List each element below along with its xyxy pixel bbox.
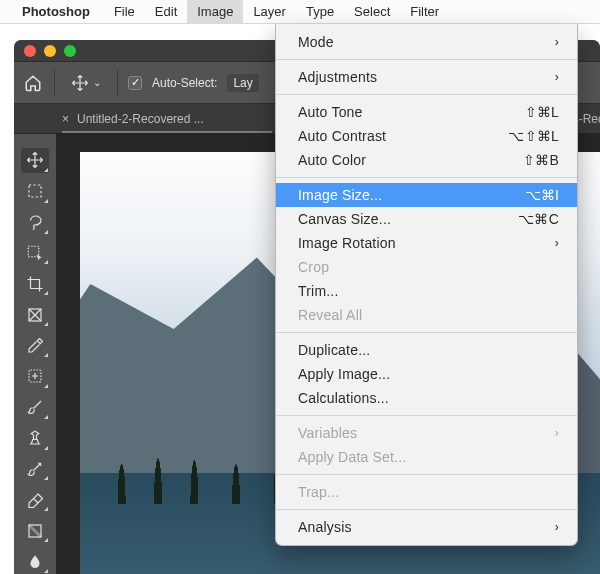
menu-item-label: Analysis (298, 519, 352, 535)
menu-item-reveal-all: Reveal All (276, 303, 577, 327)
chevron-right-icon: › (555, 35, 559, 49)
image-menu-dropdown: Mode›Adjustments›Auto Tone⇧⌘LAuto Contra… (275, 24, 578, 546)
home-button[interactable] (22, 72, 44, 94)
move-tool-indicator[interactable]: ⌄ (65, 70, 107, 96)
tool-panel (14, 134, 56, 574)
chevron-right-icon: › (555, 236, 559, 250)
history-brush-tool[interactable] (21, 457, 49, 482)
close-window-button[interactable] (24, 45, 36, 57)
divider (117, 70, 118, 96)
svg-rect-0 (29, 185, 41, 197)
menu-item-canvas-size[interactable]: Canvas Size...⌥⌘C (276, 207, 577, 231)
chevron-right-icon: › (555, 426, 559, 440)
menubar-item-select[interactable]: Select (344, 0, 400, 23)
menu-item-label: Mode (298, 34, 334, 50)
menu-separator (276, 509, 577, 510)
menu-item-variables: Variables› (276, 421, 577, 445)
menubar-item-filter[interactable]: Filter (400, 0, 449, 23)
menu-item-auto-contrast[interactable]: Auto Contrast⌥⇧⌘L (276, 124, 577, 148)
clone-stamp-tool[interactable] (21, 426, 49, 451)
document-tab[interactable]: Untitled-2-Recovered ... (77, 112, 204, 126)
menubar-item-file[interactable]: File (104, 0, 145, 23)
menu-item-label: Variables (298, 425, 357, 441)
mac-menubar: Photoshop File Edit Image Layer Type Sel… (0, 0, 600, 24)
blur-tool[interactable] (21, 549, 49, 574)
menu-separator (276, 177, 577, 178)
menubar-item-edit[interactable]: Edit (145, 0, 187, 23)
menu-item-label: Canvas Size... (298, 211, 391, 227)
maximize-window-button[interactable] (64, 45, 76, 57)
auto-select-label: Auto-Select: (152, 76, 217, 90)
menu-item-label: Calculations... (298, 390, 389, 406)
brush-tool[interactable] (21, 395, 49, 420)
quick-select-tool[interactable] (21, 241, 49, 266)
menu-item-label: Adjustments (298, 69, 377, 85)
menu-item-duplicate[interactable]: Duplicate... (276, 338, 577, 362)
menu-item-label: Auto Tone (298, 104, 363, 120)
menu-item-label: Trim... (298, 283, 339, 299)
menu-item-apply-image[interactable]: Apply Image... (276, 362, 577, 386)
move-tool[interactable] (21, 148, 49, 173)
menu-item-label: Auto Contrast (298, 128, 386, 144)
menu-item-apply-data-set: Apply Data Set... (276, 445, 577, 469)
menu-item-shortcut: ⌥⌘C (518, 211, 559, 227)
menu-item-label: Auto Color (298, 152, 366, 168)
menu-item-auto-color[interactable]: Auto Color⇧⌘B (276, 148, 577, 172)
frame-tool[interactable] (21, 302, 49, 327)
auto-select-checkbox[interactable]: ✓ (128, 76, 142, 90)
window-controls (24, 45, 76, 57)
menubar-item-type[interactable]: Type (296, 0, 344, 23)
divider (54, 70, 55, 96)
menu-item-shortcut: ⌥⌘I (525, 187, 560, 203)
menu-item-label: Trap... (298, 484, 339, 500)
crop-tool[interactable] (21, 271, 49, 296)
auto-select-value[interactable]: Lay (227, 74, 258, 92)
menu-item-shortcut: ⇧⌘B (523, 152, 559, 168)
menu-item-analysis[interactable]: Analysis› (276, 515, 577, 539)
menu-separator (276, 94, 577, 95)
menu-item-label: Apply Data Set... (298, 449, 406, 465)
menu-item-shortcut: ⇧⌘L (525, 104, 559, 120)
menu-item-label: Image Rotation (298, 235, 396, 251)
minimize-window-button[interactable] (44, 45, 56, 57)
gradient-tool[interactable] (21, 518, 49, 543)
app-name[interactable]: Photoshop (22, 4, 90, 19)
menu-item-label: Duplicate... (298, 342, 370, 358)
menu-item-label: Crop (298, 259, 329, 275)
menu-item-trim[interactable]: Trim... (276, 279, 577, 303)
chevron-down-icon: ⌄ (93, 77, 101, 88)
chevron-right-icon: › (555, 520, 559, 534)
close-tab-icon[interactable]: × (62, 112, 69, 126)
menu-separator (276, 415, 577, 416)
chevron-right-icon: › (555, 70, 559, 84)
menu-separator (276, 474, 577, 475)
menu-separator (276, 59, 577, 60)
lasso-tool[interactable] (21, 210, 49, 235)
menu-item-image-rotation[interactable]: Image Rotation› (276, 231, 577, 255)
menu-item-shortcut: ⌥⇧⌘L (508, 128, 559, 144)
menu-separator (276, 332, 577, 333)
menu-item-image-size[interactable]: Image Size...⌥⌘I (276, 183, 577, 207)
menu-item-label: Image Size... (298, 187, 382, 203)
menubar-item-layer[interactable]: Layer (243, 0, 296, 23)
eraser-tool[interactable] (21, 487, 49, 512)
menu-item-auto-tone[interactable]: Auto Tone⇧⌘L (276, 100, 577, 124)
menu-item-calculations[interactable]: Calculations... (276, 386, 577, 410)
menu-item-label: Reveal All (298, 307, 362, 323)
menu-item-trap: Trap... (276, 480, 577, 504)
menubar-item-image[interactable]: Image (187, 0, 243, 23)
marquee-tool[interactable] (21, 179, 49, 204)
menu-item-label: Apply Image... (298, 366, 390, 382)
menu-item-adjustments[interactable]: Adjustments› (276, 65, 577, 89)
eyedropper-tool[interactable] (21, 333, 49, 358)
menu-item-crop: Crop (276, 255, 577, 279)
menu-item-mode[interactable]: Mode› (276, 30, 577, 54)
healing-brush-tool[interactable] (21, 364, 49, 389)
